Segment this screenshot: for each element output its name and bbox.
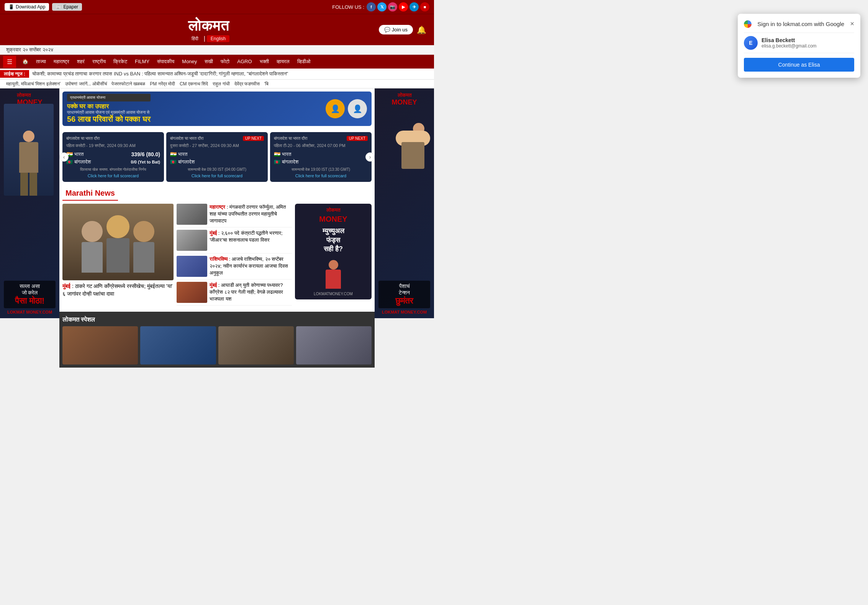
instagram-icon[interactable]: 📷 [388,2,397,11]
social-icons: f 𝕏 📷 ▶ ✈ ■ [367,2,429,11]
site-logo[interactable]: लोकमत [188,17,229,34]
main-article-caption[interactable]: मुंबई : ठाकरे गट आणि काँग्रेसमध्ये रस्सी… [62,283,174,298]
twitter-icon[interactable]: 𝕏 [377,2,387,11]
nav-bar: ☰ 🏠 ताज्या महाराष्ट्र शहरं राष्ट्रीय क्र… [0,55,434,69]
notification-icon[interactable]: 🔔 [417,25,426,34]
join-button[interactable]: 💬 Join us [379,25,413,34]
banner-ad-container: प्रधानमंत्री आवास योजना पक्के घर का उपहा… [59,88,375,129]
main-article-image[interactable] [62,204,174,280]
left-ad-text2: जो करेल [6,289,53,296]
nav-maharashtra[interactable]: महाराष्ट्र [50,56,73,68]
follow-section: FOLLOW US : f 𝕏 📷 ▶ ✈ ■ [332,2,429,11]
right-ad-banner[interactable]: लोकमत MONEY पैशाचं टेन्शन छुमंतर LOKMAT … [375,88,434,318]
nav-cities[interactable]: शहरं [73,56,88,68]
cricket-next-button[interactable]: › [365,152,375,162]
news-item-2[interactable]: मुंबई : २,६०० पदे कंत्राटी पद्धतीने भरणा… [177,230,292,253]
quick-link-6[interactable]: राहुल गांधी [213,81,229,87]
top-bar: 📱 Download App 📰 Epaper FOLLOW US : f 𝕏 … [0,0,434,14]
nav-home[interactable]: 🏠 [18,56,32,68]
team-india-1: 🇮🇳 भारत 339/6 (80.0) [66,151,160,157]
left-ad-text1: सल्ला असा [6,283,53,289]
quick-link-2[interactable]: उपोषण! जरांगें... ओबीसींचं [65,81,107,87]
special-item-3[interactable] [218,326,294,365]
english-lang-tab[interactable]: English [207,35,229,42]
nav-items: 🏠 ताज्या महाराष्ट्र शहरं राष्ट्रीय क्रिक… [18,56,314,68]
news-item-3[interactable]: राशिभविष्य : आजचे राशिभविष्य, २० सप्टेंब… [177,256,292,280]
lokmat-special-section: लोकमत स्पेशल [59,312,375,368]
score-card-1: बांगलादेश चा भारत दौरा पहिला कसोटी - 19 … [62,132,164,182]
logo-area: लोकमत हिंदी | English [188,17,230,42]
scorecard-link-2[interactable]: Click here for full scorecard [170,173,264,178]
banner-ad[interactable]: प्रधानमंत्री आवास योजना पक्के घर का उपहा… [62,92,372,126]
quick-link-1[interactable]: महायुती, मविआचं 'मिशन इलेक्शन' [6,81,61,87]
telegram-icon[interactable]: ✈ [409,2,419,11]
main-article-text: : ठाकरे गट आणि काँग्रेसमध्ये रस्सीखेच; म… [62,283,172,297]
right-ad-text2: टेन्शन [381,289,428,296]
money-logo: LOKMATMONEY.COM [314,292,353,296]
quick-link-8[interactable]: 'बि [264,81,269,87]
download-app-button[interactable]: 📱 Download App [5,3,49,11]
language-tabs: हिंदी | English [188,35,230,42]
nav-agro[interactable]: AGRO [233,56,255,68]
team-india-3: 🇮🇳 भारत [274,151,368,157]
news-item-1[interactable]: महाराष्ट्र : मंगळवारी ठरणार फॉर्म्युला, … [177,204,292,227]
nav-photo[interactable]: फोटो [217,56,233,68]
main-content: प्रधानमंत्री आवास योजना पक्के घर का उपहा… [59,88,375,368]
left-ad-text3: पैसा मोठा! [6,296,53,306]
left-advertisement: लोकमत MONEY सल्ला असा जो करेल [0,88,59,368]
whatsapp-icon: 💬 [384,27,390,33]
money-advertisement[interactable]: लोकमत MONEY म्युच्युअल फंड्स सही है? [295,204,372,306]
nav-latest[interactable]: ताज्या [32,56,50,68]
cricket-prev-button[interactable]: ‹ [59,152,69,162]
team-india-2: 🇮🇳 भारत [170,151,264,157]
special-grid [62,326,372,365]
right-ad-text3: छुमंतर [381,296,428,306]
money-line3: सही है? [324,245,343,253]
team-bangladesh-2: 🇧🇩 बांगलादेश [170,159,264,165]
nav-filmy[interactable]: FILMY [131,56,153,68]
right-ad-logo: LOKMAT MONEY.COM [382,310,427,314]
left-ad-banner[interactable]: लोकमत MONEY सल्ला असा जो करेल [0,88,59,318]
header-right: 💬 Join us 🔔 [379,25,426,34]
breaking-text[interactable]: चोकशी; कामाच्या प्रचंड ताणाचा करणार तपास… [32,71,288,77]
youtube-icon[interactable]: ▶ [399,2,408,11]
hindi-lang-tab[interactable]: हिंदी [188,35,202,42]
marathi-news-title: Marathi News [62,185,118,201]
money-line2: फंड्स [326,236,340,244]
news-grid: मुंबई : ठाकरे गट आणि काँग्रेसमध्ये रस्सी… [59,201,375,309]
lokmat-special-title: लोकमत स्पेशल [62,315,372,326]
quick-link-3[interactable]: पेजरस्फोटाने खळबळ [111,81,145,87]
nav-sakhi[interactable]: सखी [201,56,217,68]
breaking-news-bar: लाईव्ह न्यूज : चोकशी; कामाच्या प्रचंड ता… [0,69,434,80]
nav-video[interactable]: व्हिडीओ [293,56,314,68]
nav-editorial[interactable]: संपादकीय [153,56,178,68]
nav-cricket[interactable]: क्रिकेट [110,56,131,68]
nav-viral[interactable]: व्हायरल [273,56,293,68]
scorecard-link-3[interactable]: Click here for full scorecard [274,173,368,178]
right-advertisement: लोकमत MONEY पैशाचं टेन्शन छुमंतर LOKMAT … [375,88,434,368]
scorecard-link-1[interactable]: Click here for full scorecard [66,173,160,178]
facebook-icon[interactable]: f [367,2,376,11]
special-item-4[interactable] [296,326,372,365]
header: लोकमत हिंदी | English 💬 Join us 🔔 [0,14,434,45]
special-item-2[interactable] [140,326,216,365]
nav-money[interactable]: Money [178,56,201,68]
banner-ad-main: 56 लाख परिवारों को पक्का घर [67,115,151,124]
top-bar-left: 📱 Download App 📰 Epaper [5,3,82,11]
hamburger-menu[interactable]: ☰ [3,56,16,68]
news-item-4[interactable]: मुंबई : आघाडी अन् युती कोणाच्या पथ्यावर?… [177,282,292,306]
nav-national[interactable]: राष्ट्रीय [88,56,110,68]
extra-icon[interactable]: ■ [420,2,429,11]
team-bangladesh-3: 🇧🇩 बांगलादेश [274,159,368,165]
quick-link-5[interactable]: CM एकनाथ शिंदे [180,81,208,87]
up-next-badge-3: UP NEXT [347,136,368,141]
quick-link-4[interactable]: PM नरेंद्र मोदी [150,81,175,87]
news-thumb-1 [177,204,207,225]
special-item-1[interactable] [62,326,138,365]
quick-link-7[interactable]: देवेंद्र फडणवीस [234,81,260,87]
nav-bhakti[interactable]: भक्ती [256,56,273,68]
money-ad-box: लोकमत MONEY म्युच्युअल फंड्स सही है? [295,204,372,299]
epaper-button[interactable]: 📰 Epaper [52,3,82,11]
news-text-1: महाराष्ट्र : मंगळवारी ठरणार फॉर्म्युला, … [210,204,292,225]
news-text-4: मुंबई : आघाडी अन् युती कोणाच्या पथ्यावर?… [210,282,292,303]
